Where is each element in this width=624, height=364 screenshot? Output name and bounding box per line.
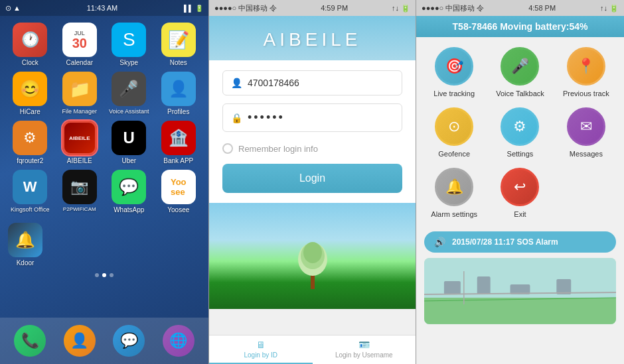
login-form: 👤 4700178466 🔒 •••••• Remember login inf…	[209, 60, 416, 203]
fqrouter-app-label: fqrouter2	[17, 157, 43, 164]
svg-rect-8	[477, 276, 491, 294]
dock-contacts-button[interactable]: 👤	[64, 325, 96, 357]
app-item-kdoor[interactable]: 🔔 Kdoor	[8, 223, 42, 267]
geofence-label: Geofence	[438, 150, 470, 158]
geofence-button[interactable]: ⊙ Geofence	[426, 107, 482, 158]
notes-app-icon: 📝	[161, 23, 196, 57]
s3-time: 4:58 PM	[528, 4, 556, 12]
messages-button[interactable]: ✉ Messages	[558, 107, 614, 158]
aibeile-logo: AIBEILE	[216, 29, 409, 50]
skype-app-icon: S	[112, 23, 146, 57]
password-value: ••••••	[248, 111, 285, 125]
status-bar-3: ●●●●○ 中国移动 令 4:58 PM ↑↓ 🔋	[416, 0, 624, 16]
whatsapp-app-icon: 💬	[112, 170, 146, 204]
map-svg	[424, 258, 616, 324]
p2p-app-icon: 📷	[62, 170, 97, 204]
app-item-whatsapp[interactable]: 💬 WhatsApp	[107, 170, 151, 213]
tab-login-by-id[interactable]: 🖥 Login by ID	[209, 335, 313, 364]
dock-phone-button[interactable]: 📞	[14, 325, 46, 357]
live-tracking-icon: 🎯	[435, 47, 473, 86]
map-preview	[424, 258, 616, 324]
exit-button[interactable]: ↩ Exit	[492, 168, 548, 218]
screen1-android-home: ⊙ ▲ 11:43 AM ▌▌ 🔋 🕐 Clock JUL 30 Calenda…	[0, 0, 208, 364]
messages-label: Messages	[570, 150, 603, 158]
calendar-app-label: Calendar	[66, 59, 93, 66]
monitor-icon: 🖥	[256, 339, 266, 350]
phone-field[interactable]: 👤 4700178466	[222, 70, 402, 95]
previous-track-icon: 📍	[567, 47, 605, 86]
exit-icon: ↩	[501, 168, 539, 206]
app-item-fqrouter[interactable]: ⚙ fqrouter2	[8, 121, 52, 164]
previous-track-label: Previous track	[563, 90, 609, 97]
app-item-bankapp[interactable]: 🏦 Bank APP	[157, 121, 201, 164]
s3-icons: ↑↓ 🔋	[600, 4, 619, 13]
dot-1	[95, 273, 99, 277]
status-left-icons: ⊙ ▲	[5, 4, 21, 13]
app-item-notes[interactable]: 📝 Notes	[157, 23, 201, 66]
settings-icon: ⚙	[501, 107, 539, 146]
empty-cell	[558, 168, 614, 218]
svg-rect-7	[444, 281, 461, 294]
remember-row[interactable]: Remember login info	[222, 140, 402, 160]
live-tracking-button[interactable]: 🎯 Live tracking	[426, 47, 482, 97]
aibeile-app-label: AIBEILE	[67, 157, 92, 164]
dock-messages-button[interactable]: 💬	[113, 325, 145, 357]
phone-value: 4700178466	[248, 78, 299, 88]
skype-app-label: Skype	[119, 59, 138, 66]
bankapp-app-icon: 🏦	[161, 121, 196, 155]
app-item-uber[interactable]: U Uber	[107, 121, 151, 164]
sos-alarm-bar: 🔊 2015/07/28 11:17 SOS Alarm	[424, 231, 616, 253]
app-item-hicare[interactable]: 😊 HiCare	[8, 72, 52, 115]
app-item-filemanager[interactable]: 📁 File Manager	[58, 72, 102, 115]
app-item-p2p[interactable]: 📷 P2PWIFICAM	[58, 170, 102, 213]
tab-login-by-username[interactable]: 🪪 Login by Username	[313, 335, 416, 364]
dot-3	[110, 273, 114, 277]
svg-point-3	[303, 242, 322, 263]
alarm-settings-button[interactable]: 🔔 Alarm settings	[426, 168, 482, 218]
previous-track-button[interactable]: 📍 Previous track	[558, 47, 614, 97]
voice-talkback-button[interactable]: 🎤 Voice Talkback	[492, 47, 548, 97]
status-time: 11:43 AM	[87, 4, 117, 12]
login-header: AIBEILE	[209, 16, 416, 60]
tracker-header: T58-78466 Moving battery:54%	[416, 16, 624, 37]
kdoor-app-label: Kdoor	[17, 259, 35, 267]
app-item-kingsoft[interactable]: W Kingsoft Office	[8, 170, 52, 213]
login-button[interactable]: Login	[222, 164, 402, 193]
svg-rect-5	[424, 298, 616, 324]
clock-app-label: Clock	[22, 59, 39, 66]
tree-illustration	[293, 229, 333, 289]
profiles-app-icon: 👤	[161, 72, 196, 106]
settings-button[interactable]: ⚙ Settings	[492, 107, 548, 158]
app-item-voiceassist[interactable]: 🎤 Voice Assistant	[107, 72, 151, 115]
s2-time: 4:59 PM	[321, 4, 348, 12]
filemanager-app-icon: 📁	[62, 72, 97, 106]
remember-checkbox[interactable]	[222, 143, 233, 154]
voiceassist-app-icon: 🎤	[112, 72, 146, 106]
geofence-icon: ⊙	[435, 107, 473, 146]
bankapp-app-label: Bank APP	[163, 157, 193, 164]
kdoor-app-icon: 🔔	[8, 223, 42, 257]
app-item-calendar[interactable]: JUL 30 Calendar	[58, 23, 102, 66]
yoosee-app-icon: Yoosee	[161, 170, 196, 204]
app-item-clock[interactable]: 🕐 Clock	[8, 23, 52, 66]
dock-browser-button[interactable]: 🌐	[163, 325, 195, 357]
uber-app-label: Uber	[121, 157, 136, 164]
app-item-yoosee[interactable]: Yoosee Yoosee	[157, 170, 201, 213]
app-item-skype[interactable]: S Skype	[107, 23, 151, 66]
password-field[interactable]: 🔒 ••••••	[222, 103, 402, 132]
status-right-icons: ▌▌ 🔋	[184, 5, 203, 12]
p2p-app-label: P2PWIFICAM	[63, 206, 96, 212]
s3-carrier: ●●●●○ 中国移动 令	[422, 3, 484, 13]
tab-login-username-label: Login by Username	[335, 351, 393, 359]
screen2-aibeile-login: ●●●●○ 中国移动 令 4:59 PM ↑↓ 🔋 AIBEILE 👤 4700…	[208, 0, 416, 364]
screen3-aibeile-tracker: ●●●●○ 中国移动 令 4:58 PM ↑↓ 🔋 T58-78466 Movi…	[416, 0, 624, 364]
messages-icon: ✉	[567, 107, 605, 146]
app-item-aibeile[interactable]: AIBEILE AIBEILE	[58, 121, 102, 164]
tab-login-id-label: Login by ID	[244, 351, 277, 359]
dot-2	[102, 273, 106, 277]
s2-carrier: ●●●●○ 中国移动 令	[214, 3, 277, 13]
s2-icons: ↑↓ 🔋	[392, 4, 410, 13]
app-item-profiles[interactable]: 👤 Profiles	[157, 72, 201, 115]
voice-talkback-icon: 🎤	[501, 47, 539, 86]
person-icon: 👤	[231, 78, 242, 88]
